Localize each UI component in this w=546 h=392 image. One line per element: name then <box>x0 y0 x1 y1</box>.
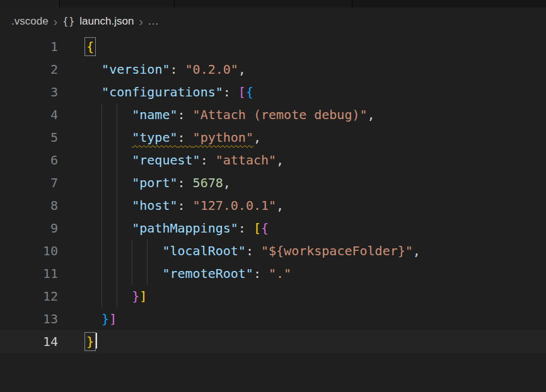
code-token: "localRoot" <box>162 243 245 258</box>
code-token: : <box>253 266 269 281</box>
code-token <box>86 107 132 122</box>
indent-guide <box>117 194 117 217</box>
code-token <box>86 62 102 77</box>
code-line-content: "host": "127.0.0.1", <box>58 194 546 217</box>
code-token: , <box>413 243 421 258</box>
code-token: "Attach (remote debug)" <box>193 107 368 122</box>
code-line[interactable]: 2 "version": "0.2.0", <box>0 58 546 81</box>
code-editor[interactable]: 1{2 "version": "0.2.0",3 "configurations… <box>0 35 546 353</box>
line-number: 13 <box>0 308 58 330</box>
code-token: ] <box>139 289 147 304</box>
code-token: : <box>178 198 193 213</box>
code-line-content: }] <box>58 285 546 308</box>
indent-guide <box>132 239 132 262</box>
code-token: "${workspaceFolder}" <box>261 243 413 258</box>
json-file-icon: {} <box>62 16 75 27</box>
code-line[interactable]: 14} <box>0 330 546 353</box>
indent-guide <box>117 239 117 262</box>
code-token: , <box>276 198 284 213</box>
code-token: { <box>261 221 269 236</box>
breadcrumb-file[interactable]: launch.json <box>79 15 134 28</box>
indent-guide <box>147 262 148 285</box>
indent-guide <box>102 171 102 194</box>
code-token: "type" <box>132 130 177 145</box>
code-line[interactable]: 12 }] <box>0 285 546 308</box>
indent-guide <box>102 149 102 171</box>
code-line-content: "name": "Attach (remote debug)", <box>58 103 546 126</box>
code-token <box>86 311 102 326</box>
code-token: : <box>223 84 238 100</box>
chevron-right-icon: › <box>139 15 143 28</box>
line-number: 6 <box>0 149 58 171</box>
indent-guide <box>102 103 102 126</box>
code-line-content: "pathMappings": [{ <box>58 217 546 239</box>
indent-guide <box>117 149 117 171</box>
code-line[interactable]: 4 "name": "Attach (remote debug)", <box>0 103 546 126</box>
code-line[interactable]: 9 "pathMappings": [{ <box>0 217 546 239</box>
code-line[interactable]: 10 "localRoot": "${workspaceFolder}", <box>0 239 546 262</box>
code-token: { <box>246 84 253 100</box>
breadcrumb-symbol-ellipsis[interactable]: ... <box>148 15 159 28</box>
line-number: 1 <box>0 35 58 58</box>
code-line-content: "type": "python", <box>58 126 546 149</box>
code-line[interactable]: 7 "port": 5678, <box>0 171 546 194</box>
tab-bar-edge <box>0 0 546 8</box>
line-number: 14 <box>0 330 58 353</box>
code-token: "remoteRoot" <box>162 266 253 281</box>
code-token: "python" <box>193 130 253 145</box>
code-token: "127.0.0.1" <box>193 198 276 213</box>
line-number: 3 <box>0 81 58 103</box>
code-line-content: "version": "0.2.0", <box>58 58 546 81</box>
code-token: , <box>223 175 231 190</box>
code-line[interactable]: 5 "type": "python", <box>0 126 546 149</box>
code-token: 5678 <box>193 175 223 190</box>
breadcrumb: .vscode › {} launch.json › ... <box>0 8 546 35</box>
tab-edge-segment <box>175 0 352 8</box>
indent-guide <box>102 285 102 308</box>
line-number: 10 <box>0 239 58 262</box>
code-line[interactable]: 11 "remoteRoot": "." <box>0 262 546 285</box>
code-token: [ <box>238 84 246 100</box>
code-token: } <box>132 289 139 304</box>
tab-edge-segment <box>60 0 175 8</box>
code-token: "version" <box>102 62 170 77</box>
code-line[interactable]: 6 "request": "attach", <box>0 149 546 171</box>
code-token: : <box>178 107 193 122</box>
code-token: ] <box>109 311 117 326</box>
code-token: "configurations" <box>102 84 223 100</box>
code-line[interactable]: 8 "host": "127.0.0.1", <box>0 194 546 217</box>
code-token: , <box>238 62 246 77</box>
line-number: 8 <box>0 194 58 217</box>
code-token: "." <box>269 266 291 281</box>
code-token: : <box>170 62 185 77</box>
line-number: 4 <box>0 103 58 126</box>
code-line[interactable]: 13 }] <box>0 308 546 330</box>
code-token: , <box>253 130 261 145</box>
matched-bracket: } <box>86 334 94 349</box>
line-number: 11 <box>0 262 58 285</box>
code-line-content: }] <box>58 308 546 330</box>
code-token: [ <box>253 221 261 236</box>
code-token: "host" <box>132 198 177 213</box>
vscode-editor-window: .vscode › {} launch.json › ... 1{2 "vers… <box>0 0 546 392</box>
line-number: 5 <box>0 126 58 149</box>
indent-guide <box>117 217 117 239</box>
indent-guide <box>102 217 102 239</box>
chevron-right-icon: › <box>54 15 58 28</box>
indent-guide <box>102 262 102 285</box>
code-line-content: { <box>58 35 546 58</box>
code-token: "attach" <box>216 153 276 168</box>
code-token: , <box>368 107 375 122</box>
code-token <box>86 266 162 281</box>
code-token: : <box>178 175 193 190</box>
indent-guide <box>132 262 132 285</box>
code-line[interactable]: 3 "configurations": [{ <box>0 81 546 103</box>
line-number: 2 <box>0 58 58 81</box>
code-token <box>86 175 132 190</box>
code-token <box>86 221 132 236</box>
code-line[interactable]: 1{ <box>0 35 546 58</box>
code-token <box>86 153 132 168</box>
tab-edge-segment <box>352 0 546 8</box>
code-token <box>86 289 132 304</box>
breadcrumb-folder[interactable]: .vscode <box>11 15 49 28</box>
